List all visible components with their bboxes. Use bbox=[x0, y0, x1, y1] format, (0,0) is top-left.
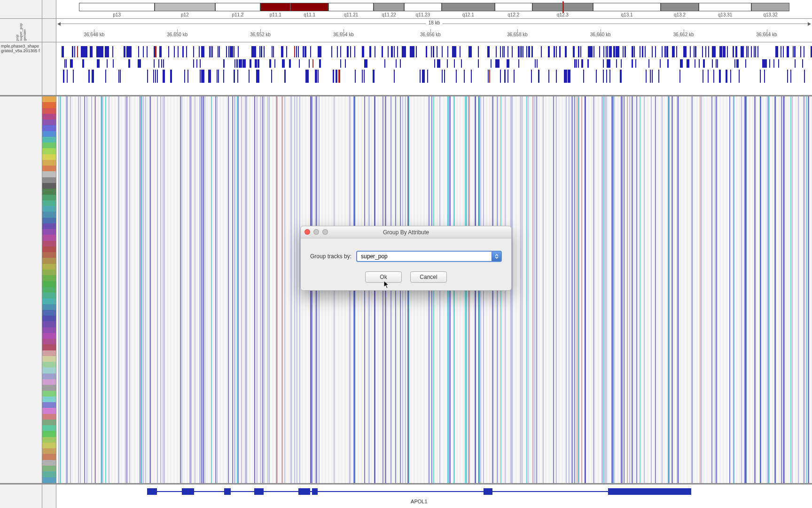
attribute-cell[interactable] bbox=[42, 362, 56, 367]
attribute-cell[interactable] bbox=[42, 379, 56, 385]
attribute-cell[interactable] bbox=[42, 293, 56, 298]
attribute-cell[interactable] bbox=[42, 391, 56, 397]
gene-exon[interactable] bbox=[254, 488, 263, 495]
attribute-cell[interactable] bbox=[42, 189, 56, 194]
attribute-cell[interactable] bbox=[42, 114, 56, 119]
attribute-cell[interactable] bbox=[42, 160, 56, 166]
ideogram-band[interactable] bbox=[215, 3, 260, 11]
cancel-button[interactable]: Cancel bbox=[410, 271, 447, 283]
ideogram-band[interactable] bbox=[442, 3, 495, 11]
window-close-button[interactable] bbox=[304, 229, 310, 235]
gene-track[interactable]: APOL1 bbox=[56, 484, 812, 508]
attribute-cell[interactable] bbox=[42, 397, 56, 402]
attribute-cell[interactable] bbox=[42, 454, 56, 460]
attribute-cell[interactable] bbox=[42, 177, 56, 183]
ideogram-band[interactable] bbox=[79, 3, 155, 11]
attribute-cell[interactable] bbox=[42, 327, 56, 333]
ideogram-band[interactable] bbox=[751, 3, 789, 11]
gene-exon[interactable] bbox=[608, 488, 691, 495]
ideogram-band[interactable] bbox=[260, 3, 290, 11]
attribute-cell[interactable] bbox=[42, 166, 56, 171]
attribute-cell[interactable] bbox=[42, 218, 56, 223]
attribute-cell[interactable] bbox=[42, 258, 56, 263]
attribute-cell[interactable] bbox=[42, 96, 56, 102]
attribute-cell[interactable] bbox=[42, 125, 56, 131]
variant-density-track[interactable] bbox=[56, 42, 812, 95]
attribute-cell[interactable] bbox=[42, 154, 56, 160]
ideogram-band[interactable] bbox=[290, 3, 328, 11]
attribute-cell[interactable] bbox=[42, 471, 56, 477]
gene-exon[interactable] bbox=[224, 488, 231, 495]
attribute-cell[interactable] bbox=[42, 119, 56, 125]
ideogram-band[interactable] bbox=[374, 3, 404, 11]
attribute-cell[interactable] bbox=[42, 344, 56, 350]
attribute-cell[interactable] bbox=[42, 252, 56, 258]
attribute-cell[interactable] bbox=[42, 131, 56, 137]
ideogram-band[interactable] bbox=[699, 3, 752, 11]
combobox-dropdown-button[interactable] bbox=[492, 252, 501, 261]
dialog-titlebar[interactable]: Group By Attribute bbox=[301, 226, 511, 238]
gene-exon[interactable] bbox=[182, 488, 194, 495]
attribute-cell[interactable] bbox=[42, 108, 56, 114]
attribute-cell[interactable] bbox=[42, 448, 56, 454]
ideogram-band[interactable] bbox=[328, 3, 374, 11]
attribute-cell[interactable] bbox=[42, 264, 56, 270]
attribute-cell[interactable] bbox=[42, 298, 56, 304]
attribute-cell[interactable] bbox=[42, 183, 56, 189]
attribute-cell[interactable] bbox=[42, 443, 56, 448]
attribute-cell[interactable] bbox=[42, 241, 56, 246]
attribute-cell[interactable] bbox=[42, 281, 56, 287]
variant-track-label[interactable]: mple.phase3_shape grated_v5a.201305 f bbox=[0, 42, 42, 95]
window-zoom-button[interactable] bbox=[322, 229, 328, 235]
attribute-cell[interactable] bbox=[42, 420, 56, 425]
attribute-cell[interactable] bbox=[42, 316, 56, 321]
attribute-cell[interactable] bbox=[42, 385, 56, 390]
attribute-cell[interactable] bbox=[42, 304, 56, 310]
attribute-cell[interactable] bbox=[42, 321, 56, 327]
attribute-cell[interactable] bbox=[42, 270, 56, 275]
gene-exon[interactable] bbox=[312, 488, 318, 495]
ideogram[interactable]: p13p12p11.2p11.1q11.1q11.21q11.22q11.23q… bbox=[56, 0, 812, 18]
ideogram-band[interactable] bbox=[593, 3, 661, 11]
group-by-combobox[interactable] bbox=[356, 251, 502, 262]
attribute-cell[interactable] bbox=[42, 339, 56, 344]
gene-exon[interactable] bbox=[484, 488, 492, 495]
attribute-cell[interactable] bbox=[42, 206, 56, 212]
ideogram-band[interactable] bbox=[495, 3, 532, 11]
attribute-cell[interactable] bbox=[42, 246, 56, 252]
attribute-cell[interactable] bbox=[42, 431, 56, 437]
attribute-cell[interactable] bbox=[42, 414, 56, 420]
attribute-cell[interactable] bbox=[42, 143, 56, 148]
attribute-cell[interactable] bbox=[42, 350, 56, 356]
attribute-cell[interactable] bbox=[42, 102, 56, 108]
sample-track-gutter[interactable] bbox=[0, 96, 42, 483]
attribute-cell[interactable] bbox=[42, 402, 56, 408]
group-by-input[interactable] bbox=[357, 253, 492, 260]
attribute-cell[interactable] bbox=[42, 460, 56, 466]
attribute-cell[interactable] bbox=[42, 212, 56, 217]
attribute-color-strip[interactable] bbox=[42, 96, 56, 483]
gene-exon[interactable] bbox=[298, 488, 311, 495]
attribute-cell[interactable] bbox=[42, 223, 56, 229]
attribute-cell[interactable] bbox=[42, 200, 56, 206]
window-minimize-button[interactable] bbox=[313, 229, 319, 235]
attribute-cell[interactable] bbox=[42, 171, 56, 177]
attribute-cell[interactable] bbox=[42, 367, 56, 373]
attribute-cell[interactable] bbox=[42, 137, 56, 143]
attribute-cell[interactable] bbox=[42, 310, 56, 316]
attribute-cell[interactable] bbox=[42, 229, 56, 235]
attribute-cell[interactable] bbox=[42, 333, 56, 339]
ok-button[interactable]: Ok bbox=[365, 271, 402, 283]
gene-exon[interactable] bbox=[147, 488, 157, 495]
attribute-cell[interactable] bbox=[42, 275, 56, 281]
attribute-cell[interactable] bbox=[42, 195, 56, 200]
ideogram-band[interactable] bbox=[155, 3, 215, 11]
attribute-cell[interactable] bbox=[42, 373, 56, 379]
attribute-cell[interactable] bbox=[42, 356, 56, 362]
attribute-cell[interactable] bbox=[42, 477, 56, 483]
attribute-cell[interactable] bbox=[42, 408, 56, 413]
ideogram-band[interactable] bbox=[404, 3, 442, 11]
attribute-cell[interactable] bbox=[42, 437, 56, 443]
attribute-cell[interactable] bbox=[42, 425, 56, 431]
attribute-cell[interactable] bbox=[42, 287, 56, 293]
